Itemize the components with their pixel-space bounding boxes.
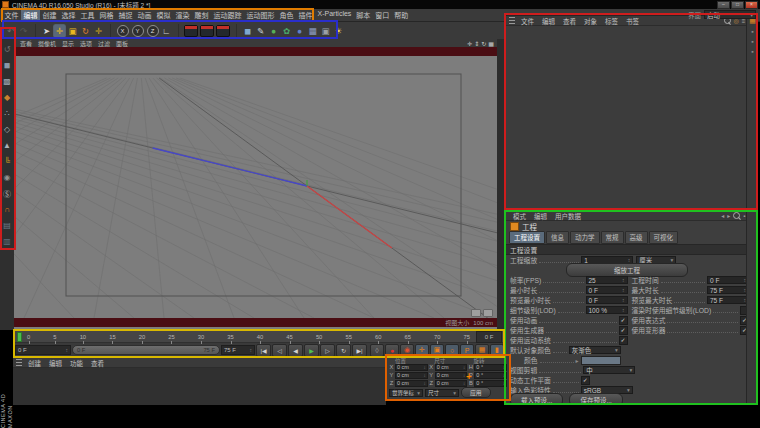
magnet-snap-icon[interactable]: ∩ xyxy=(1,201,13,217)
menu-item-8[interactable]: 模拟 xyxy=(154,9,173,21)
convert-icon[interactable]: ↺ xyxy=(1,41,13,57)
go-to-start-button[interactable]: |◀ xyxy=(256,344,271,357)
add-cube-icon[interactable]: ◼ xyxy=(241,24,254,38)
viewport-grid[interactable] xyxy=(14,56,497,318)
expand-arrow-icon[interactable]: ▸ xyxy=(576,357,579,364)
burger-icon[interactable] xyxy=(509,17,515,24)
hud-button[interactable] xyxy=(471,309,481,317)
menu-item-17[interactable]: 窗口 xyxy=(373,9,392,21)
loop-button[interactable]: ↻ xyxy=(336,344,351,357)
redo-icon[interactable]: ↷ xyxy=(17,24,30,38)
deformer-icon[interactable]: ✿ xyxy=(280,24,293,38)
dock-tab-3-icon[interactable]: ▪ xyxy=(751,48,753,55)
tab-2[interactable]: 动力学 xyxy=(570,231,600,244)
rotate-view-icon[interactable]: ↻ xyxy=(481,40,486,47)
maximize-button[interactable]: □ xyxy=(731,1,744,9)
object-manager-content[interactable] xyxy=(506,26,757,209)
hud-button[interactable] xyxy=(483,309,493,317)
y-axis-lock-icon[interactable]: Y xyxy=(132,25,144,37)
preview-min-field[interactable]: 0 F xyxy=(586,296,628,304)
attribute-menu-item-0[interactable]: 模式 xyxy=(509,211,530,221)
range-slider[interactable]: 0 F 75 F xyxy=(72,345,220,355)
preview-max-field[interactable]: 75 F xyxy=(707,296,749,304)
attribute-menu-item-1[interactable]: 编辑 xyxy=(530,211,551,221)
menu-item-13[interactable]: 角色 xyxy=(277,9,296,21)
next-frame-button[interactable]: ▷ xyxy=(320,344,335,357)
floor-icon[interactable]: ▦ xyxy=(306,24,319,38)
camera-icon[interactable]: ▣ xyxy=(319,24,332,38)
menu-item-3[interactable]: 选择 xyxy=(59,9,78,21)
size-mode-select[interactable]: 尺寸 xyxy=(425,389,459,397)
material-menu-item-1[interactable]: 编辑 xyxy=(45,358,66,368)
workplane-mode-icon[interactable]: ◆ xyxy=(1,89,13,105)
range-end-field[interactable]: 75 F xyxy=(221,345,255,355)
material-manager-content[interactable] xyxy=(13,368,386,404)
minimize-button[interactable]: – xyxy=(717,1,730,9)
object-manager-menu-item-1[interactable]: 编辑 xyxy=(538,16,559,26)
menu-item-16[interactable]: 脚本 xyxy=(354,9,373,21)
play-backwards-button[interactable]: ◁ xyxy=(272,344,287,357)
tab-4[interactable]: 高级 xyxy=(625,231,648,244)
tab-3[interactable]: 常规 xyxy=(601,231,624,244)
x-axis-lock-icon[interactable]: X xyxy=(117,25,129,37)
dolly-view-icon[interactable]: ⇕ xyxy=(474,40,479,47)
render-region-icon[interactable] xyxy=(200,25,214,37)
position-x-field[interactable]: 0 cm xyxy=(395,364,428,371)
project-time-field[interactable]: 0 F xyxy=(707,276,749,284)
color-swatch[interactable] xyxy=(581,356,621,365)
size-y-field[interactable]: 0 cm xyxy=(435,372,468,379)
menu-item-11[interactable]: 运动跟踪 xyxy=(211,9,244,21)
toggle-view-icon[interactable]: ▦ xyxy=(488,40,494,47)
move-icon[interactable]: ✛ xyxy=(53,24,66,38)
dock-tab-2-icon[interactable]: ▪ xyxy=(751,38,753,45)
play-button[interactable]: ▶ xyxy=(304,344,319,357)
previous-frame-button[interactable]: ◀ xyxy=(288,344,303,357)
last-tool-icon[interactable]: ✛ xyxy=(92,24,105,38)
material-menu-item-0[interactable]: 创建 xyxy=(24,358,45,368)
object-manager-menu-item-2[interactable]: 查看 xyxy=(559,16,580,26)
tab-0[interactable]: 工程设置 xyxy=(509,231,545,244)
menu-item-1[interactable]: 编辑 xyxy=(21,9,40,21)
model-mode-icon[interactable]: ◼ xyxy=(1,57,13,73)
save-preset-button[interactable]: 保存预设... xyxy=(569,393,622,405)
dock-tab-1-icon[interactable]: ▪ xyxy=(751,28,753,35)
lod-field[interactable]: 100 % xyxy=(586,306,628,314)
lock-icon[interactable]: ▪ xyxy=(743,213,745,219)
coordinate-system-select[interactable]: 世界坐标 xyxy=(389,389,423,397)
menu-item-5[interactable]: 网格 xyxy=(97,9,116,21)
axis-mode-icon[interactable]: ╚ xyxy=(1,153,13,169)
coordinate-system-icon[interactable]: ∟ xyxy=(160,24,173,38)
menu-item-10[interactable]: 雕刻 xyxy=(192,9,211,21)
menu-item-0[interactable]: 文件 xyxy=(2,9,21,21)
polygons-mode-icon[interactable]: ▲ xyxy=(1,137,13,153)
search-icon[interactable] xyxy=(733,212,740,219)
texture-mode-icon[interactable]: ▩ xyxy=(1,73,13,89)
points-mode-icon[interactable]: ∴ xyxy=(1,105,13,121)
render-view-icon[interactable] xyxy=(184,25,198,37)
rotation-p-field[interactable]: 0 ° xyxy=(474,372,507,379)
menu-item-7[interactable]: 动画 xyxy=(135,9,154,21)
playhead[interactable] xyxy=(17,332,22,342)
position-z-field[interactable]: 0 cm xyxy=(395,380,428,387)
use-animation-checkbox[interactable]: ✓ xyxy=(619,316,628,325)
view-clipping-select[interactable]: 中 xyxy=(583,366,635,374)
menu-item-18[interactable]: 帮助 xyxy=(392,9,411,21)
panel-splitter[interactable] xyxy=(497,39,505,330)
rotation-b-field[interactable]: 0 ° xyxy=(474,380,507,387)
default-object-color-select[interactable]: 灰渐色 xyxy=(569,346,621,354)
use-motion-system-checkbox[interactable]: ✓ xyxy=(619,336,628,345)
tab-5[interactable]: 可视化 xyxy=(649,231,679,244)
menu-item-15[interactable]: X-Particles xyxy=(315,9,354,21)
layer-icon[interactable]: ▥ xyxy=(1,233,13,249)
menu-item-12[interactable]: 运动图形 xyxy=(244,9,277,21)
scale-icon[interactable]: ▣ xyxy=(66,24,79,38)
pan-view-icon[interactable]: ✛ xyxy=(467,40,472,47)
render-settings-icon[interactable] xyxy=(216,25,230,37)
min-time-field[interactable]: 0 F xyxy=(586,286,628,294)
tab-1[interactable]: 信息 xyxy=(546,231,569,244)
attribute-menu-item-2[interactable]: 用户数据 xyxy=(551,211,585,221)
apply-button[interactable]: 应用 xyxy=(461,387,491,398)
back-icon[interactable]: ◂ xyxy=(721,212,724,219)
menu-item-2[interactable]: 创建 xyxy=(40,9,59,21)
edges-mode-icon[interactable]: ◇ xyxy=(1,121,13,137)
